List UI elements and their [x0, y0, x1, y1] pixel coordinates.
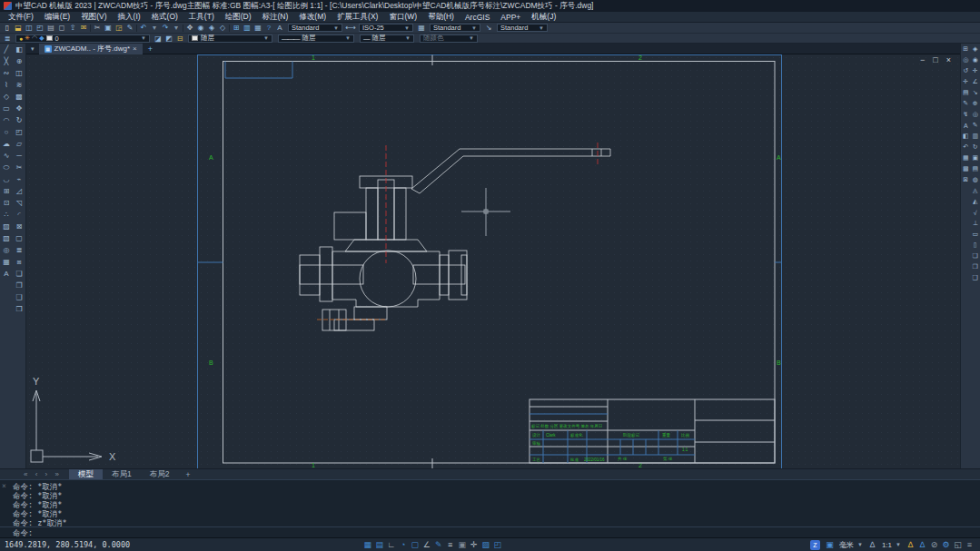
layer-lock-icon[interactable]: ◠: [32, 34, 37, 42]
polar-icon[interactable]: ◔: [397, 539, 409, 551]
dim-linear-icon[interactable]: ⊞: [961, 44, 970, 54]
mech-frame-icon[interactable]: ▯: [971, 240, 980, 251]
insert-block-icon[interactable]: ⊞: [1, 185, 13, 197]
workspace-icon[interactable]: ◰: [491, 539, 503, 551]
designcenter-icon[interactable]: ⊞: [231, 23, 242, 33]
zoom-previous-icon[interactable]: ◇: [217, 23, 228, 33]
undo-drop-icon[interactable]: ▾: [149, 23, 160, 33]
save-all-icon[interactable]: ◰: [35, 23, 45, 33]
paste-icon[interactable]: ◲: [114, 23, 124, 33]
tool-palettes-icon[interactable]: ▦: [252, 23, 263, 33]
mech-bom-icon[interactable]: ▤: [971, 163, 980, 174]
rectangle-icon[interactable]: ▭: [1, 103, 13, 114]
paste-stack-icon[interactable]: ❐: [14, 280, 25, 291]
lineweight-icon[interactable]: ≡: [444, 539, 456, 551]
gear-icon[interactable]: ⚙: [940, 539, 952, 551]
table-icon[interactable]: ▦: [1, 256, 13, 268]
units-label[interactable]: 毫米: [839, 540, 854, 550]
mtext-icon[interactable]: A: [1, 268, 13, 280]
copy-stack-icon[interactable]: ❏: [14, 268, 25, 280]
undo-view-icon[interactable]: ↺: [961, 65, 970, 76]
rotate-icon[interactable]: ↻: [14, 114, 25, 126]
revcloud-icon[interactable]: ☁: [1, 138, 13, 150]
view-icon[interactable]: ◈: [971, 44, 980, 54]
undo-icon[interactable]: ↶: [138, 23, 149, 33]
point-style-icon[interactable]: ✛: [971, 65, 980, 76]
spline-icon[interactable]: ∿: [1, 150, 13, 162]
menu-item[interactable]: 窗口(W): [383, 12, 422, 23]
layer-list-icon[interactable]: ▤: [961, 87, 970, 98]
region-icon[interactable]: ◎: [1, 244, 13, 256]
ellipse-icon[interactable]: ⬭: [1, 162, 13, 173]
mech-lib-icon[interactable]: ▣: [971, 153, 980, 163]
help-icon[interactable]: ?: [263, 23, 274, 33]
layer-on-icon[interactable]: ●: [19, 35, 23, 42]
document-tab[interactable]: ▦ ZWCADM.. - 序号.dwg* ×: [39, 44, 143, 54]
menu-icon[interactable]: ≡: [964, 539, 975, 551]
etransmit-icon[interactable]: ✉: [78, 23, 89, 33]
mech-export-icon[interactable]: ❐: [971, 261, 980, 272]
mech-rough-icon[interactable]: √: [971, 207, 980, 218]
erase-icon[interactable]: ◧: [14, 44, 25, 55]
linetype-combo[interactable]: ——— 随层 ▼: [278, 34, 354, 43]
new-tab-button[interactable]: +: [143, 44, 158, 54]
render-icon[interactable]: ◉: [971, 54, 980, 65]
clean-screen-icon[interactable]: ◱: [952, 539, 964, 551]
isolate-icon[interactable]: ⊘: [928, 539, 940, 551]
center-mark-icon[interactable]: ◎: [971, 109, 980, 120]
grid-icon[interactable]: ▦: [361, 539, 373, 551]
lineweight-combo[interactable]: — 随层 ▼: [360, 34, 414, 43]
explode-icon[interactable]: ⊠: [14, 221, 25, 232]
annotate-vis-icon[interactable]: ∆: [916, 539, 928, 551]
mech-title-icon[interactable]: ▭: [971, 229, 980, 240]
menu-item[interactable]: APP+: [495, 13, 526, 22]
pedit-icon[interactable]: ≣: [14, 244, 25, 256]
line-icon[interactable]: ╱: [1, 44, 13, 55]
menu-item[interactable]: 插入(I): [113, 12, 146, 23]
group-icon[interactable]: ⧈: [14, 256, 25, 268]
make-block-icon[interactable]: ⊡: [1, 197, 13, 209]
save-icon[interactable]: ◫: [24, 23, 35, 33]
command-prompt[interactable]: 命令:: [0, 526, 980, 537]
scale-icon[interactable]: ◰: [14, 126, 25, 138]
dim-style-combo[interactable]: ISO-25▼: [359, 24, 413, 32]
publish-icon[interactable]: ⇪: [67, 23, 78, 33]
minimize-icon[interactable]: −: [920, 56, 925, 64]
mech-balloon-icon[interactable]: ◍: [971, 174, 980, 185]
polygon-icon[interactable]: ◇: [1, 91, 13, 103]
pan-icon[interactable]: ✥: [184, 23, 195, 33]
polyline-icon[interactable]: ⌇: [1, 79, 13, 91]
menu-item[interactable]: 绘图(D): [220, 12, 257, 23]
cut-icon[interactable]: ✂: [92, 23, 103, 33]
mirror-icon[interactable]: ◫: [14, 67, 25, 79]
extend-icon[interactable]: ⌁: [14, 173, 25, 185]
trim-icon[interactable]: ✂: [14, 162, 25, 173]
zoom-window-icon[interactable]: ◈: [206, 23, 217, 33]
layer-states-icon[interactable]: ⊟: [174, 34, 185, 44]
close-icon[interactable]: ×: [946, 56, 951, 64]
ortho-icon[interactable]: ∟: [385, 539, 397, 551]
leader-icon[interactable]: ↘: [971, 87, 980, 98]
tab-list-dropdown-icon[interactable]: ▾: [26, 45, 39, 53]
menu-item[interactable]: 标注(N): [257, 12, 294, 23]
dim-edit-icon[interactable]: ✎: [971, 120, 980, 131]
plot-icon[interactable]: ▤: [45, 23, 56, 33]
quick-dim-icon[interactable]: ↯: [961, 109, 970, 120]
clip-stack-icon[interactable]: ❑: [14, 291, 25, 303]
layer-combo[interactable]: ●✳◠◆ 0 ▼: [15, 34, 150, 43]
angle-icon[interactable]: ∠: [971, 76, 980, 87]
chevron-down-icon[interactable]: ▼: [857, 542, 863, 547]
match-properties-icon[interactable]: ✎: [124, 23, 135, 33]
zw-badge-icon[interactable]: Z: [810, 540, 820, 550]
edit-text-icon[interactable]: ✎: [961, 98, 970, 109]
mech-datum-icon[interactable]: ⊥: [971, 218, 980, 229]
block-stack-icon[interactable]: ❒: [14, 303, 25, 315]
restore-icon[interactable]: □: [933, 56, 937, 64]
zoom-tool-icon[interactable]: ◎: [961, 54, 970, 65]
tab-close-icon[interactable]: ×: [133, 44, 137, 53]
gradient-icon[interactable]: ▧: [1, 232, 13, 244]
undo2-icon[interactable]: ↶: [961, 142, 970, 153]
table-style-combo[interactable]: Standard▼: [430, 24, 480, 32]
dyn-ucs-icon[interactable]: ✛: [468, 539, 480, 551]
cycle-select-icon[interactable]: ▣: [456, 539, 468, 551]
